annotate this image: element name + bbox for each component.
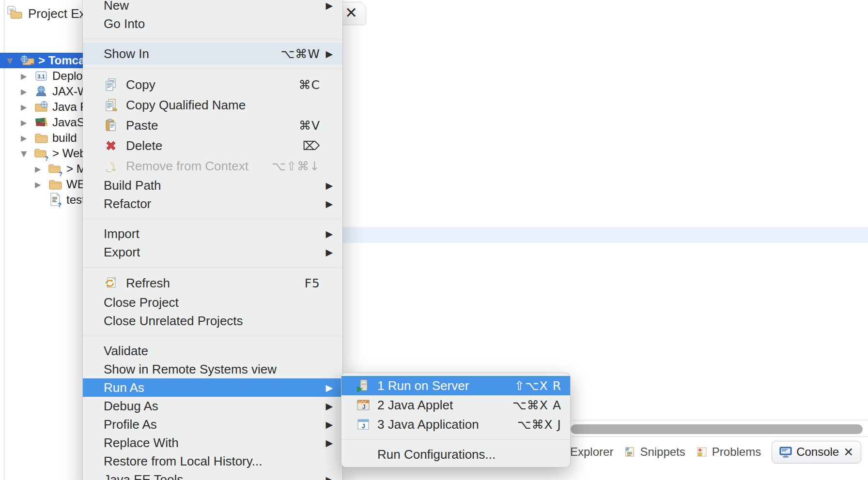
submenu-item-label: 2 Java Applet — [377, 398, 453, 413]
context-menu-item[interactable]: Close Project ▶ — [83, 293, 342, 312]
menu-item-label: Import — [104, 226, 140, 241]
submenu-item-shortcut: ⇧⌥X R — [500, 379, 561, 393]
menu-item-label: New — [104, 0, 129, 13]
problems-icon — [696, 446, 708, 458]
menu-item-label: Close Unrelated Projects — [104, 314, 243, 329]
editor-tab-close-icon[interactable]: ✕ — [345, 4, 357, 21]
context-menu-item[interactable]: Validate ▶ — [83, 342, 342, 360]
submenu-arrow-icon: ▶ — [320, 198, 333, 209]
menu-item-label: Build Path — [104, 178, 161, 193]
context-menu-item[interactable]: Copy ⌘C ▶ — [83, 75, 342, 95]
menu-item-shortcut: ⌥⌘W — [266, 47, 320, 61]
submenu-item[interactable]: Run Configurations... — [341, 445, 570, 464]
submenu-arrow-icon: ▶ — [320, 180, 333, 191]
submenu-arrow-icon: ▶ — [320, 474, 333, 480]
current-line-highlight — [271, 227, 868, 243]
view-tab-close-icon[interactable]: ✕ — [843, 445, 853, 459]
context-menu-item[interactable]: Refresh F5 ▶ — [83, 273, 342, 293]
run-as-submenu: 1 Run on Server ⇧⌥X R J 2 Java Applet ⌥⌘… — [341, 373, 571, 467]
context-menu-item[interactable]: ▶ — [83, 261, 342, 273]
java-applet-icon: J — [356, 398, 371, 412]
view-tab[interactable]: Explorer — [570, 445, 613, 459]
menu-item-label: Run As — [104, 380, 144, 395]
menu-item-label: Debug As — [104, 399, 158, 414]
menu-item-label: Replace With — [104, 435, 179, 450]
submenu-item[interactable]: 1 Run on Server ⇧⌥X R — [341, 376, 570, 395]
context-menu-item[interactable]: ▶ — [83, 63, 342, 75]
submenu-item-shortcut: ⌥⌘X A — [498, 398, 561, 412]
view-tab[interactable]: Console ✕ — [772, 441, 861, 464]
submenu-arrow-icon: ▶ — [320, 228, 333, 239]
context-menu-item[interactable]: Profile As ▶ — [83, 415, 342, 434]
menu-item-label: Validate — [104, 344, 148, 359]
menu-item-label: Show in Remote Systems view — [104, 362, 277, 377]
submenu-arrow-icon: ▶ — [320, 382, 333, 393]
run-server-icon — [356, 378, 371, 393]
view-tab[interactable]: Problems — [696, 445, 761, 459]
menu-item-label: Java EE Tools — [104, 472, 183, 480]
submenu-arrow-icon: ▶ — [320, 437, 333, 448]
submenu-arrow-icon: ▶ — [320, 401, 333, 411]
console-icon — [779, 446, 792, 458]
context-menu-item[interactable]: ▶ — [83, 330, 342, 342]
context-menu-item[interactable]: Build Path ▶ — [83, 176, 342, 195]
submenu-item[interactable] — [341, 434, 570, 445]
paste-icon — [104, 118, 118, 133]
menu-item-label: Show In — [104, 46, 149, 61]
submenu-item-label: 3 Java Application — [377, 417, 479, 432]
context-menu-item[interactable]: Import ▶ — [83, 225, 342, 243]
menu-item-label: Delete — [126, 138, 162, 153]
menu-item-shortcut: ⌥⇧⌘↓ — [257, 159, 320, 173]
view-tab[interactable]: Snippets — [624, 445, 685, 459]
java-app-icon: J — [356, 417, 371, 432]
context-menu-item[interactable]: Debug As ▶ — [83, 397, 342, 415]
menu-item-label: Copy — [126, 77, 155, 92]
menu-item-shortcut: ⌦ — [288, 139, 320, 153]
menu-item-label: Restore from Local History... — [104, 454, 263, 469]
view-tab-label: Explorer — [570, 445, 613, 459]
menu-item-label: Refactor — [104, 196, 151, 211]
context-menu-item[interactable]: Run As ▶ — [83, 378, 342, 397]
submenu-arrow-icon: ▶ — [320, 0, 333, 11]
menu-item-label: Copy Qualified Name — [126, 98, 246, 113]
submenu-item[interactable]: J 2 Java Applet ⌥⌘X A — [341, 395, 570, 415]
menu-item-shortcut: ⌘C — [284, 78, 320, 92]
context-menu-item[interactable]: Show in Remote Systems view ▶ — [83, 360, 342, 378]
context-menu-item[interactable]: New ▶ — [83, 0, 342, 15]
context-menu-item[interactable]: Show In ⌥⌘W ▶ — [83, 45, 342, 63]
menu-item-label: Export — [104, 245, 140, 260]
context-menu-item[interactable]: Refactor ▶ — [83, 195, 342, 213]
submenu-arrow-icon: ▶ — [320, 247, 333, 257]
context-menu-item[interactable]: Replace With ▶ — [83, 434, 342, 452]
menu-item-label: Paste — [126, 118, 158, 133]
horizontal-scrollbar-thumb[interactable] — [571, 424, 863, 434]
svg-text:J: J — [362, 404, 366, 410]
context-menu-item[interactable]: Restore from Local History... ▶ — [83, 452, 342, 470]
context-menu-item[interactable]: Paste ⌘V ▶ — [83, 115, 342, 135]
remove-context-icon — [104, 159, 118, 173]
context-menu-item[interactable]: ▶ — [83, 213, 342, 225]
menu-item-label: Refresh — [126, 276, 170, 291]
menu-item-shortcut: F5 — [290, 276, 320, 290]
copy-qualified-icon — [104, 98, 118, 112]
context-menu-item[interactable]: Go Into ▶ — [83, 15, 342, 33]
view-tab-label: Problems — [712, 445, 761, 459]
context-menu-item[interactable]: Delete ⌦ ▶ — [83, 135, 342, 156]
refresh-icon — [104, 276, 118, 290]
context-menu-item[interactable]: Close Unrelated Projects ▶ — [83, 312, 342, 330]
submenu-arrow-icon: ▶ — [320, 419, 333, 430]
context-menu-item[interactable]: Remove from Context ⌥⇧⌘↓ ▶ — [83, 156, 342, 176]
submenu-arrow-icon: ▶ — [320, 48, 333, 59]
context-menu: New ▶ Go Into ▶ ▶ Show In ⌥⌘W ▶ ▶ Copy — [83, 0, 342, 480]
menu-item-label: Close Project — [104, 295, 179, 310]
context-menu-item[interactable]: Java EE Tools ▶ — [83, 470, 342, 480]
view-tab-label: Console — [796, 445, 839, 459]
submenu-item-label: Run Configurations... — [377, 447, 496, 462]
context-menu-item[interactable]: Copy Qualified Name ▶ — [83, 95, 342, 115]
svg-text:J: J — [361, 422, 365, 430]
context-menu-item[interactable]: Export ▶ — [83, 243, 342, 261]
context-menu-item[interactable]: ▶ — [83, 33, 342, 45]
submenu-item-shortcut: ⌥⌘X J — [503, 418, 561, 432]
view-tab-label: Snippets — [640, 445, 685, 459]
submenu-item[interactable]: J 3 Java Application ⌥⌘X J — [341, 415, 570, 434]
